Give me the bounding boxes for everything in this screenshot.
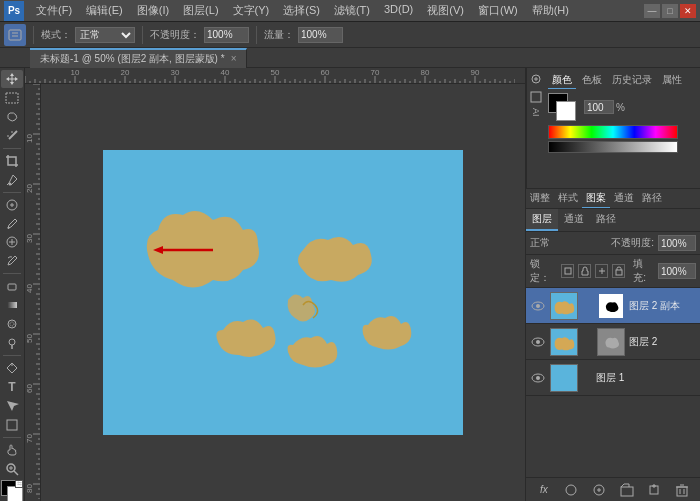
canvas-container[interactable] bbox=[41, 84, 525, 501]
menu-layer[interactable]: 图层(L) bbox=[177, 1, 224, 20]
panel-icon-1[interactable] bbox=[529, 72, 543, 86]
layer-row-1[interactable]: 图层 1 bbox=[526, 360, 700, 396]
menu-help[interactable]: 帮助(H) bbox=[526, 1, 575, 20]
crop-tool[interactable] bbox=[1, 152, 23, 170]
menu-edit[interactable]: 编辑(E) bbox=[80, 1, 129, 20]
menu-bar: 文件(F) 编辑(E) 图像(I) 图层(L) 文字(Y) 选择(S) 滤镜(T… bbox=[30, 1, 644, 20]
spectrum-bar[interactable] bbox=[548, 125, 678, 139]
tool-preset[interactable] bbox=[4, 24, 26, 46]
tab-properties[interactable]: 属性 bbox=[658, 72, 686, 89]
dodge-tool[interactable] bbox=[1, 334, 23, 352]
menu-select[interactable]: 选择(S) bbox=[277, 1, 326, 20]
menu-window[interactable]: 窗口(W) bbox=[472, 1, 524, 20]
zoom-tool[interactable] bbox=[1, 460, 23, 478]
layer-name-2: 图层 2 bbox=[629, 335, 696, 349]
rectangle-select-tool[interactable] bbox=[1, 89, 23, 107]
spot-heal-tool[interactable] bbox=[1, 196, 23, 214]
main-layout: T ⇆ bbox=[0, 68, 700, 501]
layer-eye-2[interactable] bbox=[530, 334, 546, 350]
close-button[interactable]: ✕ bbox=[680, 4, 696, 18]
layers-tab-layers[interactable]: 图层 bbox=[526, 209, 558, 231]
move-tool[interactable] bbox=[1, 70, 23, 88]
eraser-tool[interactable] bbox=[1, 277, 23, 295]
shape-tool[interactable] bbox=[1, 416, 23, 434]
fg-bg-swatches[interactable] bbox=[548, 93, 580, 121]
eyedropper-tool[interactable] bbox=[1, 171, 23, 189]
gradient-tool[interactable] bbox=[1, 296, 23, 314]
foreground-background[interactable]: ⇆ bbox=[1, 480, 23, 498]
doc-tab-active[interactable]: 未标题-1 @ 50% (图层2 副本, 图层蒙版) * × bbox=[30, 48, 247, 68]
flow-input[interactable] bbox=[298, 27, 343, 43]
lock-position[interactable] bbox=[595, 264, 608, 278]
blend-mode-select[interactable]: 正常 bbox=[75, 27, 135, 43]
tab-color[interactable]: 颜色 bbox=[548, 72, 576, 89]
lock-transparent[interactable] bbox=[561, 264, 574, 278]
layers-opacity-input[interactable] bbox=[658, 235, 696, 251]
svg-point-19 bbox=[9, 339, 15, 345]
swap-colors[interactable]: ⇆ bbox=[15, 480, 23, 488]
minimize-button[interactable]: — bbox=[644, 4, 660, 18]
svg-rect-0 bbox=[9, 30, 21, 40]
grayscale-bar[interactable] bbox=[548, 141, 678, 153]
tab-channels[interactable]: 通道 bbox=[610, 189, 638, 208]
add-style-button[interactable]: fx bbox=[535, 481, 553, 499]
layer-eye-2copy[interactable] bbox=[530, 298, 546, 314]
lock-image[interactable] bbox=[578, 264, 591, 278]
tab-paths[interactable]: 路径 bbox=[638, 189, 666, 208]
adj-tabs-row: 调整 样式 图案 通道 路径 bbox=[526, 188, 700, 209]
doc-close[interactable]: × bbox=[231, 53, 237, 64]
clone-tool[interactable] bbox=[1, 234, 23, 252]
hand-tool[interactable] bbox=[1, 441, 23, 459]
bg-swatch[interactable] bbox=[556, 101, 576, 121]
new-group-button[interactable] bbox=[618, 481, 636, 499]
history-brush-tool[interactable] bbox=[1, 252, 23, 270]
add-mask-button[interactable] bbox=[562, 481, 580, 499]
opacity-input[interactable] bbox=[204, 27, 249, 43]
layer-row-2[interactable]: 图层 2 bbox=[526, 324, 700, 360]
menu-filter[interactable]: 滤镜(T) bbox=[328, 1, 376, 20]
artwork-svg bbox=[103, 150, 463, 435]
menu-3d[interactable]: 3D(D) bbox=[378, 1, 419, 20]
panel-icon-2[interactable] bbox=[529, 90, 543, 104]
tab-adjustments[interactable]: 调整 bbox=[526, 189, 554, 208]
doc-title: 未标题-1 @ 50% (图层2 副本, 图层蒙版) * bbox=[40, 52, 225, 66]
add-adjustment-button[interactable] bbox=[590, 481, 608, 499]
maximize-button[interactable]: □ bbox=[662, 4, 678, 18]
layers-tab-paths[interactable]: 路径 bbox=[590, 209, 622, 231]
tool-sep4 bbox=[3, 355, 21, 356]
color-panel-tabs: 颜色 色板 历史记录 属性 bbox=[548, 72, 696, 89]
tab-history[interactable]: 历史记录 bbox=[608, 72, 656, 89]
layers-tab-channels[interactable]: 通道 bbox=[558, 209, 590, 231]
svg-line-24 bbox=[14, 471, 18, 475]
svg-point-11 bbox=[8, 227, 10, 229]
lock-all[interactable] bbox=[612, 264, 625, 278]
fill-input[interactable] bbox=[658, 263, 696, 279]
lasso-tool[interactable] bbox=[1, 108, 23, 126]
right-top-area: AI 颜色 色板 历史记录 属性 bbox=[526, 68, 700, 188]
delete-layer-button[interactable] bbox=[673, 481, 691, 499]
background-color[interactable] bbox=[7, 486, 23, 501]
menu-text[interactable]: 文字(Y) bbox=[227, 1, 276, 20]
brush-tool[interactable] bbox=[1, 215, 23, 233]
new-layer-button[interactable] bbox=[645, 481, 663, 499]
svg-rect-15 bbox=[8, 284, 16, 290]
tool-sep2 bbox=[3, 192, 21, 193]
menu-image[interactable]: 图像(I) bbox=[131, 1, 175, 20]
color-value-input[interactable] bbox=[584, 100, 614, 114]
magic-wand-tool[interactable] bbox=[1, 127, 23, 145]
layer-eye-1[interactable] bbox=[530, 370, 546, 386]
svg-point-43 bbox=[536, 340, 540, 344]
text-tool[interactable]: T bbox=[1, 378, 23, 396]
path-select-tool[interactable] bbox=[1, 397, 23, 415]
right-icon-strip: AI bbox=[526, 68, 544, 188]
svg-rect-16 bbox=[7, 302, 17, 308]
menu-view[interactable]: 视图(V) bbox=[421, 1, 470, 20]
tab-patterns[interactable]: 图案 bbox=[582, 189, 610, 208]
blur-tool[interactable] bbox=[1, 315, 23, 333]
tab-styles[interactable]: 样式 bbox=[554, 189, 582, 208]
tab-swatches[interactable]: 色板 bbox=[578, 72, 606, 89]
layer-row-2copy[interactable]: 图层 2 副本 bbox=[526, 288, 700, 324]
color-controls: % bbox=[548, 93, 696, 121]
menu-file[interactable]: 文件(F) bbox=[30, 1, 78, 20]
pen-tool[interactable] bbox=[1, 359, 23, 377]
